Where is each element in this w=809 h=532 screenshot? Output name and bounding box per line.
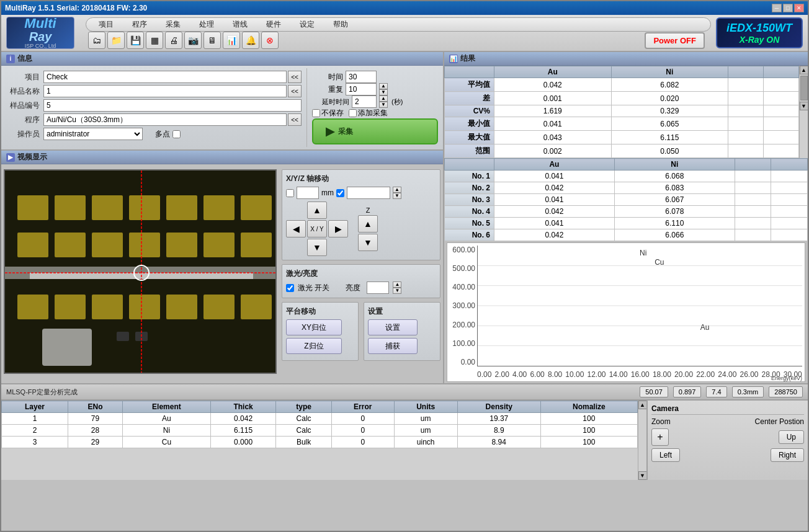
tb-stop[interactable]: ⊗ [261, 32, 279, 49]
xy-reset-btn[interactable]: XY归位 [286, 319, 342, 335]
results-scrollbar[interactable]: ▲ ▼ [799, 66, 808, 158]
video-title: 视频显示 [17, 152, 47, 162]
brightness-input[interactable]: 3 [367, 282, 389, 294]
logo-text2: Ray [29, 30, 52, 43]
tb-open[interactable]: 📁 [107, 32, 125, 49]
collect-button[interactable]: ▶ 采集 [312, 118, 438, 144]
z-value-input[interactable]: 4: 0.14mm [347, 187, 390, 199]
project-input[interactable] [43, 71, 287, 83]
detail-col-empty [445, 159, 494, 171]
detail-label: No. 1 [445, 171, 494, 182]
scroll-up-arrow[interactable]: ▲ [800, 66, 808, 74]
result-detail-row: No. 1 0.041 6.068 [445, 171, 808, 182]
right-position-btn[interactable]: Right [771, 448, 804, 462]
tb-chart[interactable]: 📊 [223, 32, 240, 49]
svg-rect-18 [55, 295, 86, 319]
nav-settings[interactable]: 设定 [291, 18, 323, 31]
tb-screen[interactable]: 🖥 [203, 32, 221, 49]
nav-help[interactable]: 帮助 [324, 18, 357, 31]
down-btn[interactable]: ▼ [307, 239, 327, 256]
nav-process[interactable]: 处理 [190, 18, 223, 31]
sample-id-input[interactable] [43, 99, 302, 112]
program-arr-btn[interactable]: << [288, 113, 302, 126]
nav-collect[interactable]: 采集 [157, 18, 189, 31]
tb-alarm[interactable]: 🔔 [242, 32, 259, 49]
nav-spectrum[interactable]: 谱线 [224, 18, 256, 31]
row-element: Ni [123, 425, 211, 437]
detail-empty2 [771, 229, 808, 241]
project-arr-btn[interactable]: << [288, 71, 302, 83]
bottom-scrollbar[interactable]: ▲ ▼ [638, 401, 646, 480]
xy-label: X / Y [307, 220, 327, 237]
bottom-scroll-up[interactable]: ▲ [638, 401, 647, 409]
brightness-down[interactable]: ▼ [393, 288, 401, 294]
program-input[interactable] [43, 113, 287, 126]
time-input[interactable] [346, 71, 377, 83]
tb-new[interactable]: 🗂 [88, 32, 105, 49]
result-au: 1.619 [494, 105, 612, 117]
no-save-checkbox[interactable] [312, 109, 320, 117]
detail-empty1 [735, 218, 771, 229]
multipoint-checkbox[interactable] [172, 130, 181, 138]
camera-zoom-row: Zoom Center Postion [651, 417, 804, 426]
axis-checkbox[interactable] [286, 189, 294, 197]
axis-control-group: X/Y/Z 轴移动 1 mm 4: 0.14mm ▲ ▼ [282, 169, 440, 260]
capture-btn[interactable]: 捕获 [368, 338, 418, 354]
add-collect-check[interactable]: 添加采集 [349, 108, 388, 118]
no-save-check[interactable]: 不保存 [312, 108, 344, 118]
scroll-thumb[interactable] [800, 76, 808, 100]
operator-select[interactable]: administrator [43, 128, 143, 140]
layer-table: Layer ENo Element Thick type Error Units… [1, 401, 638, 448]
bottom-scroll-down[interactable]: ▼ [638, 471, 647, 480]
delay-down-btn[interactable]: ▼ [379, 102, 388, 108]
z-val-down[interactable]: ▼ [393, 193, 401, 199]
z-reset-btn[interactable]: Z归位 [286, 338, 342, 354]
maximize-btn[interactable]: □ [783, 4, 793, 12]
result-empty1 [728, 117, 764, 131]
left-btn[interactable]: ◀ [286, 220, 306, 237]
scroll-down-arrow[interactable]: ▼ [800, 102, 808, 110]
power-off-button[interactable]: Power OFF [645, 32, 705, 49]
repeat-up-btn[interactable]: ▲ [379, 83, 388, 89]
sample-name-input[interactable] [43, 85, 287, 97]
detail-label: No. 6 [445, 229, 494, 241]
delay-up-btn[interactable]: ▲ [379, 95, 388, 102]
up-position-btn[interactable]: Up [779, 430, 804, 444]
add-collect-checkbox[interactable] [349, 109, 357, 117]
sample-name-arr-btn[interactable]: << [288, 85, 302, 97]
result-empty2 [764, 105, 799, 117]
tb-camera[interactable]: 📷 [184, 32, 202, 49]
z-checkbox[interactable] [336, 189, 344, 197]
detail-au: 0.041 [494, 218, 615, 229]
tb-save[interactable]: 💾 [127, 32, 144, 49]
camera-title: Camera [651, 404, 804, 415]
row-type: Calc [276, 425, 332, 437]
repeat-input[interactable] [346, 83, 377, 95]
z-val-up[interactable]: ▲ [393, 187, 401, 193]
zoom-plus-btn[interactable]: + [651, 428, 669, 446]
tb-barcode[interactable]: ▦ [146, 32, 163, 49]
results-col-empty [445, 66, 494, 78]
brightness-up[interactable]: ▲ [393, 282, 401, 288]
platform-title: 平台移动 [286, 306, 354, 317]
mm-input[interactable]: 1 [297, 187, 319, 199]
tb-print[interactable]: 🖨 [165, 32, 182, 49]
setup-btn[interactable]: 设置 [368, 319, 418, 335]
svg-rect-6 [203, 195, 235, 220]
z-down-btn[interactable]: ▼ [358, 234, 378, 251]
nav-hardware[interactable]: 硬件 [257, 18, 290, 31]
up-btn[interactable]: ▲ [307, 202, 327, 219]
result-empty1 [728, 78, 764, 92]
delay-input[interactable] [352, 95, 377, 108]
nav-project[interactable]: 项目 [90, 18, 122, 31]
nav-program[interactable]: 程序 [123, 18, 156, 31]
spectrum-chart: 600.00 500.00 400.00 300.00 200.00 100.0… [447, 242, 805, 382]
left-position-btn[interactable]: Left [651, 448, 680, 462]
laser-checkbox[interactable] [286, 284, 294, 292]
close-btn[interactable]: ✕ [794, 4, 804, 12]
minimize-btn[interactable]: ─ [772, 4, 782, 12]
results-section-header: 📊 结果 [444, 52, 808, 66]
repeat-down-btn[interactable]: ▼ [379, 89, 388, 95]
right-btn[interactable]: ▶ [328, 220, 348, 237]
z-up-btn[interactable]: ▲ [358, 215, 378, 233]
